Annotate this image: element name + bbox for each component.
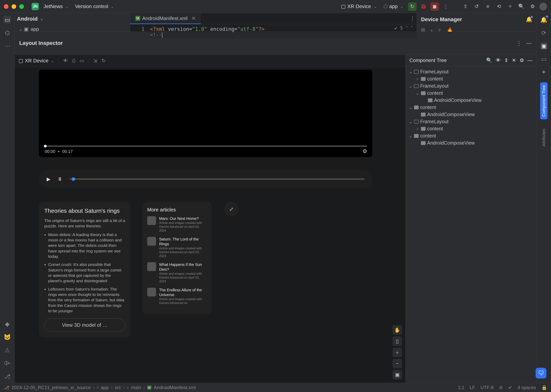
app-inspection-icon[interactable]: ✧ bbox=[506, 2, 514, 11]
attributes-tab[interactable]: Attributes bbox=[540, 126, 548, 149]
expand-icon[interactable]: ⌄ bbox=[19, 26, 22, 32]
expand-icon[interactable]: ⌄ bbox=[409, 83, 413, 89]
problems-icon[interactable]: ⚠ bbox=[3, 346, 11, 354]
project-view-selector[interactable]: Android bbox=[17, 16, 128, 22]
search-everywhere-icon[interactable]: 🔍 bbox=[517, 2, 526, 11]
component-tree-row[interactable]: ⌄FrameLayout bbox=[407, 118, 535, 125]
filter-icon[interactable]: 👁 bbox=[496, 57, 501, 63]
resource-manager-icon[interactable]: ◆ bbox=[3, 320, 11, 328]
article-item[interactable]: Saturn: The Lord of the RingsArticle and… bbox=[147, 237, 207, 258]
component-tree-body[interactable]: ⌄FrameLayout›content⌄FrameLayout⌄content… bbox=[406, 66, 536, 383]
gradle-tool-icon[interactable]: ⟳ bbox=[540, 29, 548, 37]
refresh-icon[interactable]: ↻ bbox=[101, 58, 106, 64]
video-seek-bar[interactable] bbox=[44, 146, 367, 147]
export-icon[interactable]: ⇲ bbox=[93, 58, 97, 64]
settings-icon[interactable]: ⚙ bbox=[520, 57, 524, 63]
component-tree-row[interactable]: ›content bbox=[407, 125, 535, 132]
layers-tool-icon[interactable]: ▯ bbox=[393, 336, 402, 346]
lock-icon[interactable]: 🔒 bbox=[541, 385, 547, 390]
search-icon[interactable]: 🔍 bbox=[486, 57, 492, 63]
minimize-window-button[interactable] bbox=[12, 4, 16, 9]
overlay-icon[interactable]: ▭ bbox=[79, 58, 84, 64]
logcat-icon[interactable]: 🐱 bbox=[3, 333, 11, 341]
code-editor[interactable]: 1 2 <?xml version="1.0" encoding="utf-8"… bbox=[130, 24, 417, 45]
snapshot-icon[interactable]: ⎙ bbox=[72, 58, 75, 64]
project-tool-icon[interactable]: ▭ bbox=[3, 16, 11, 23]
expand-fab[interactable]: ⤢ bbox=[224, 202, 238, 217]
zoom-fit-icon[interactable]: ▣ bbox=[393, 370, 402, 379]
inspector-device-selector[interactable]: ▢ XR Device bbox=[19, 58, 54, 64]
component-tree-row[interactable]: ⌄FrameLayout bbox=[407, 68, 535, 75]
expand-icon[interactable]: ⌄ bbox=[415, 90, 419, 96]
running-devices-tool-icon[interactable]: ▭ bbox=[540, 55, 548, 63]
component-tree-row[interactable]: ⌄content bbox=[407, 104, 535, 111]
expand-icon[interactable]: ⌄ bbox=[409, 119, 413, 124]
line-separator[interactable]: LF bbox=[470, 385, 475, 390]
inspector-canvas[interactable]: 00:00 • 00:17 ⚙ ▶ ⏸ Theories about Satur… bbox=[15, 67, 405, 383]
minimize-icon[interactable]: — bbox=[526, 40, 532, 46]
debug-button[interactable]: 🐞 bbox=[419, 2, 428, 11]
account-avatar[interactable] bbox=[539, 3, 547, 10]
more-run-actions[interactable]: ⋮ bbox=[442, 2, 450, 11]
article-item[interactable]: The Endless Allure of the UniverseArticl… bbox=[147, 288, 207, 305]
expand-icon[interactable]: › bbox=[415, 126, 419, 132]
minimize-icon[interactable]: — bbox=[528, 57, 532, 63]
collapse-all-icon[interactable]: ✕ bbox=[512, 57, 516, 63]
file-encoding[interactable]: UTF-8 bbox=[480, 385, 494, 390]
sync-icon[interactable]: ↺ bbox=[472, 2, 481, 11]
attach-debugger-icon[interactable]: ⟲ bbox=[495, 2, 503, 11]
chevron-down-icon[interactable]: ˅ bbox=[411, 25, 413, 31]
view-3d-button[interactable]: View 3D model of … bbox=[44, 318, 125, 332]
vcs-menu[interactable]: Version control bbox=[73, 2, 116, 11]
caret-position[interactable]: 1:1 bbox=[458, 385, 464, 390]
close-window-button[interactable] bbox=[4, 4, 8, 9]
editor-tab-manifest[interactable]: M AndroidManifest.xml ✕ bbox=[130, 13, 201, 24]
stop-button[interactable]: ◼ bbox=[430, 2, 439, 11]
zoom-window-button[interactable] bbox=[19, 4, 24, 9]
video-settings-icon[interactable]: ⚙ bbox=[362, 148, 367, 154]
project-selector[interactable]: JetNews bbox=[42, 2, 71, 11]
live-updates-icon[interactable]: 👁 bbox=[63, 58, 68, 64]
expand-icon[interactable]: ⌄ bbox=[409, 105, 413, 110]
zoom-in-icon[interactable]: ＋ bbox=[393, 348, 402, 357]
breadcrumb[interactable]: ⎇ 2024-12-05_RC11_jetnews_xr_source › ▫a… bbox=[4, 385, 196, 390]
notifications-icon[interactable]: 🔔 bbox=[526, 16, 532, 22]
device-selector[interactable]: ▢ XR Device bbox=[339, 2, 379, 11]
zoom-out-icon[interactable]: − bbox=[393, 359, 402, 368]
git-icon[interactable]: ⎇ bbox=[3, 372, 11, 380]
component-tree-row[interactable]: AndroidComposeView bbox=[407, 111, 535, 118]
component-tree-row[interactable]: AndroidComposeView bbox=[407, 97, 535, 104]
terminal-icon[interactable]: ⌱ bbox=[3, 359, 11, 367]
run-button[interactable]: ↻ bbox=[408, 2, 416, 11]
readonly-icon[interactable]: ⊘ bbox=[499, 385, 503, 390]
profiler-icon[interactable]: ⇪ bbox=[461, 2, 470, 11]
expand-icon[interactable]: ⌄ bbox=[409, 133, 413, 139]
component-tree-row[interactable]: ›content bbox=[407, 75, 535, 82]
code-body[interactable]: <?xml version="1.0" encoding="utf-8"?> <… bbox=[148, 24, 417, 45]
structure-tool-icon[interactable]: ⌬ bbox=[3, 29, 11, 37]
expand-icon[interactable]: › bbox=[415, 76, 419, 82]
gemini-tool-icon[interactable]: ✦ bbox=[540, 68, 548, 76]
component-tree-row[interactable]: ⌄content bbox=[407, 132, 535, 139]
inspection-status-icon[interactable]: ✔ bbox=[508, 385, 512, 390]
tab-options-icon[interactable]: ⋮ bbox=[408, 14, 417, 23]
build-icon[interactable]: ≡ bbox=[484, 2, 492, 11]
audio-seek-bar[interactable] bbox=[69, 178, 365, 180]
device-manager-tool-icon[interactable]: ▣ bbox=[540, 42, 548, 50]
component-tree-tab[interactable]: Component Tree bbox=[540, 82, 548, 119]
expand-icon[interactable]: ⌄ bbox=[409, 69, 413, 75]
play-icon[interactable]: ▶ bbox=[47, 176, 50, 182]
more-tools-icon[interactable]: ⋯ bbox=[3, 42, 11, 50]
chevron-up-icon[interactable]: ˄ bbox=[406, 25, 408, 31]
inspection-widget[interactable]: ✔ 5 ˄ ˅ bbox=[394, 25, 413, 31]
notifications-tool-icon[interactable]: 🔔 bbox=[540, 16, 548, 23]
indent-setting[interactable]: 4 spaces bbox=[517, 385, 536, 390]
run-config-selector[interactable]: ⬡ app bbox=[381, 2, 405, 11]
close-tab-icon[interactable]: ✕ bbox=[192, 15, 196, 21]
article-item[interactable]: What Happens if the Sun Dies?Article and… bbox=[147, 262, 207, 283]
pause-icon[interactable]: ⏸ bbox=[57, 176, 62, 182]
options-icon[interactable]: ⋮ bbox=[516, 40, 522, 46]
component-tree-row[interactable]: AndroidComposeView bbox=[407, 139, 535, 147]
article-item[interactable]: Mars: Our Next Home?Article and images c… bbox=[147, 216, 207, 233]
expand-all-icon[interactable]: ⇕ bbox=[504, 57, 508, 63]
